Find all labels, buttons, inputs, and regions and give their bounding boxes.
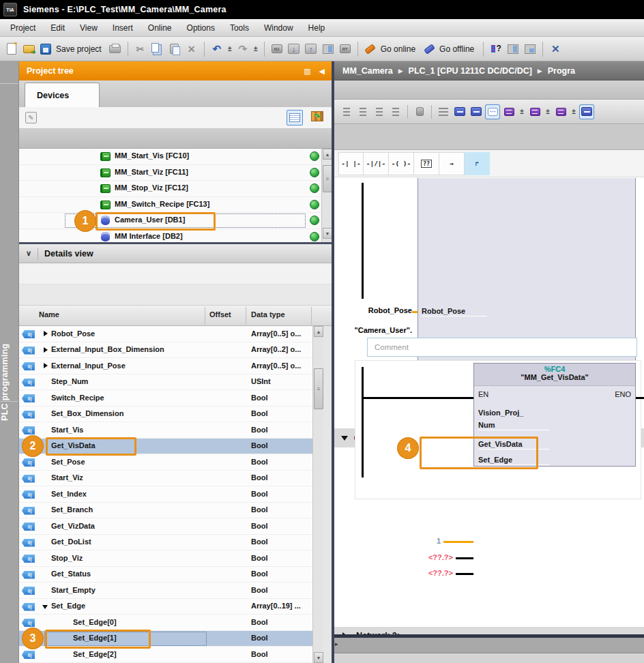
menu-online[interactable]: Online — [141, 20, 179, 35]
network2-comment-field[interactable]: Comment — [367, 338, 637, 357]
go-online-button[interactable]: Go online — [381, 44, 415, 54]
table-row[interactable]: 0|Set_BranchBool — [19, 503, 312, 519]
breadcrumb-project[interactable]: MM_Camera — [342, 66, 393, 76]
table-row[interactable]: 0|Set_IndexBool — [19, 486, 312, 503]
expand-icon[interactable] — [44, 347, 48, 353]
missing-operand[interactable]: <??.?> — [387, 552, 453, 563]
modify-operand-icon[interactable] — [528, 105, 542, 119]
table-row[interactable]: 0|Get_DoListBool — [19, 535, 312, 551]
block-pin-num[interactable]: Num — [478, 421, 549, 430]
outdent-network-icon[interactable] — [389, 105, 402, 119]
favorite-close-branch[interactable]: ↱ — [465, 152, 490, 175]
splitter-arrow-icon[interactable]: ▸ — [335, 640, 338, 647]
collapse-networks-icon[interactable] — [469, 105, 483, 119]
collapse-panel-icon[interactable]: ◀ — [319, 67, 325, 76]
table-row[interactable]: 0|Start_EmptyBool — [19, 583, 312, 599]
stop-simulation-icon[interactable] — [523, 41, 538, 57]
table-row[interactable]: 0|Set_Box_DimensionBool — [19, 407, 312, 423]
table-row[interactable]: 0|Set_EdgeArray[0..19] ... — [19, 599, 312, 615]
tab-plc-programming[interactable]: PLC programming — [0, 300, 19, 464]
table-row[interactable]: 0|Switch_RecipeBool — [19, 390, 312, 407]
expand-networks-icon[interactable] — [453, 105, 467, 119]
start-cpu-icon[interactable] — [321, 41, 336, 57]
table-row[interactable]: 0|Get_VizDataBool — [19, 518, 312, 535]
delete-icon[interactable]: ✕ — [184, 41, 199, 57]
save-project-button[interactable]: Save project — [56, 44, 102, 54]
details-scrollbar[interactable]: ▲ ≡ ▼ — [312, 326, 323, 663]
favorite-open-branch[interactable]: → — [439, 152, 465, 175]
tree-item-mm_switch_recipe[interactable]: MM_Switch_Recipe [FC13] — [19, 197, 319, 213]
table-row[interactable]: 0|Set_Edge[0]Bool — [19, 615, 312, 631]
compile-icon[interactable]: 0|1 — [269, 41, 284, 57]
stop-cpu-icon[interactable]: RT — [338, 41, 353, 57]
table-row[interactable]: 0|Get_StatusBool — [19, 567, 312, 583]
monitor-dropdown-icon[interactable]: ± — [518, 108, 525, 115]
jump-label-icon[interactable] — [413, 105, 426, 119]
ladder-canvas[interactable]: Robot_PoseRobot_Pose"Camera_User".Start_… — [334, 177, 644, 634]
go-offline-icon[interactable] — [422, 41, 437, 57]
menu-window[interactable]: Window — [257, 20, 301, 35]
column-offset[interactable]: Offset — [209, 310, 231, 319]
operand-label[interactable]: "Camera_User". — [334, 325, 412, 336]
redo-dropdown-icon[interactable]: ± — [252, 45, 259, 53]
table-row[interactable]: 0|External_Input_PoseArray[0..5] o... — [19, 358, 312, 374]
tree-item-mm_start_viz[interactable]: MM_Start_Viz [FC11] — [19, 165, 319, 181]
en-pin[interactable]: EN — [478, 390, 488, 398]
expand-icon[interactable] — [44, 331, 48, 336]
tree-item-mm_start_vis[interactable]: MM_Start_Vis [FC10] — [19, 149, 319, 165]
menu-edit[interactable]: Edit — [43, 20, 72, 35]
print-icon[interactable] — [108, 41, 123, 57]
menu-project[interactable]: Project — [3, 20, 43, 35]
menu-view[interactable]: View — [72, 20, 105, 35]
absolute-operands-icon[interactable] — [437, 105, 450, 119]
table-row[interactable]: 0|Step_NumUSInt — [19, 374, 312, 391]
favorite-contact-nc[interactable]: -|/|- — [364, 152, 389, 175]
download-to-device-icon[interactable]: ↓ — [287, 41, 302, 57]
table-row[interactable]: 0|Set_Edge[2]Bool — [19, 647, 312, 663]
favorite-contact-no[interactable]: -| |- — [338, 152, 364, 175]
column-datatype[interactable]: Data type — [251, 310, 285, 319]
collapse-network-icon[interactable] — [341, 436, 348, 441]
block-pin-visionproj[interactable]: Vision_Proj_ — [478, 409, 523, 417]
sort-refresh-icon[interactable] — [311, 111, 323, 121]
cross-references-icon[interactable]: ✕ — [548, 41, 563, 57]
table-row[interactable]: 0|External_Input_Box_DimensionArray[0..2… — [19, 342, 312, 359]
missing-operand[interactable]: <??.?> — [387, 568, 453, 578]
redo-icon[interactable]: ↷ — [235, 41, 250, 57]
block-pin-robot_pose[interactable]: Robot_Pose — [422, 307, 487, 316]
indent-network-icon[interactable] — [372, 105, 386, 119]
paste-icon[interactable] — [167, 41, 182, 57]
favorite-coil[interactable]: -( )- — [389, 152, 414, 175]
details-view-header[interactable]: ∨ Details view — [19, 244, 333, 263]
table-row[interactable]: 0|Stop_VizBool — [19, 550, 312, 567]
accessible-devices-icon[interactable] — [488, 41, 503, 57]
cut-icon[interactable]: ✂ — [133, 41, 148, 57]
table-row[interactable]: 0|Start_VisBool — [19, 422, 312, 439]
compare-dropdown-icon[interactable]: ± — [570, 108, 577, 115]
open-project-icon[interactable] — [21, 41, 36, 57]
tab-devices[interactable]: Devices — [25, 83, 100, 107]
breadcrumb-plc[interactable]: PLC_1 [CPU 1211C DC/DC/DC] — [409, 66, 532, 76]
column-name[interactable]: Name — [39, 310, 59, 319]
table-row[interactable]: 0|Start_VizBool — [19, 471, 312, 487]
expand-icon[interactable] — [44, 363, 48, 368]
tree-item-mm_stop_viz[interactable]: MM_Stop_Viz [FC12] — [19, 181, 319, 197]
table-row[interactable]: 0|Set_PoseBool — [19, 454, 312, 471]
editor-interface-band[interactable] — [334, 124, 644, 150]
menu-tools[interactable]: Tools — [222, 20, 257, 35]
insert-network-icon[interactable] — [340, 105, 353, 119]
compare-icon[interactable] — [554, 105, 568, 119]
tree-scrollbar[interactable]: ▲ ≡ ▼ — [321, 149, 332, 244]
constant-operand[interactable]: 1 — [375, 536, 441, 546]
delete-network-icon[interactable] — [356, 105, 370, 119]
menu-help[interactable]: Help — [301, 20, 333, 35]
toggle-comments-icon[interactable]: ⋯ — [486, 105, 499, 119]
upload-from-device-icon[interactable]: ↑ — [304, 41, 319, 57]
start-simulation-icon[interactable] — [506, 41, 521, 57]
table-view-toggle[interactable] — [287, 110, 303, 126]
copy-icon[interactable] — [150, 41, 165, 57]
collapse-icon[interactable] — [42, 605, 48, 609]
eno-pin[interactable]: ENO — [615, 390, 631, 398]
menu-options[interactable]: Options — [179, 20, 222, 35]
save-project-icon[interactable] — [38, 41, 53, 57]
